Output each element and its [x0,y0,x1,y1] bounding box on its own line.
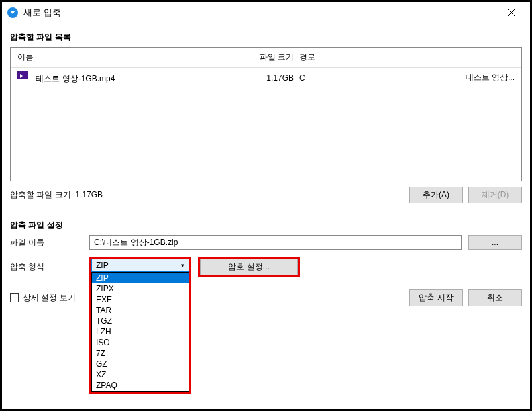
mp4-file-icon [17,71,28,81]
start-compress-button[interactable]: 압축 시작 [409,289,463,306]
chevron-down-icon: ▾ [181,262,184,269]
dialog-content: 압축할 파일 목록 이름 파일 크기 경로 테스트 영상-1GB.mp4 1.1… [2,24,530,409]
header-path[interactable]: 경로 [297,50,431,64]
format-option-gz[interactable]: GZ [92,359,189,369]
settings-section-label: 압축 파일 설정 [10,220,522,231]
format-row: 압축 형식 ZIP ▾ ZIP ZIPX EXE TAR [10,257,522,277]
format-option-xz[interactable]: XZ [92,369,189,380]
window-title: 새로 압축 [23,7,61,19]
bottom-buttons: 압축 시작 취소 [404,289,522,306]
format-option-tgz[interactable]: TGZ [92,316,189,326]
table-row[interactable]: 테스트 영상-1GB.mp4 1.17GB C 테스트 영상... [11,68,521,87]
row-extra: 테스트 영상... [431,71,517,85]
settings-section: 압축 파일 설정 파일 이름 ... 압축 형식 ZIP ▾ [10,217,522,306]
bottom-row: 상세 설정 보기 압축 시작 취소 [10,289,522,306]
advanced-checkbox[interactable] [10,293,19,302]
remove-button: 제거(D) [468,187,522,203]
total-size-label: 압축할 파일 크기: 1.17GB [10,189,404,201]
filename-label: 파일 이름 [10,237,89,248]
row-size: 1.17GB [243,72,297,84]
format-option-lzh[interactable]: LZH [92,326,189,337]
row-filename: 테스트 영상-1GB.mp4 [33,73,117,85]
filename-row: 파일 이름 ... [10,235,522,250]
compress-dialog: 새로 압축 압축할 파일 목록 이름 파일 크기 경로 테스트 영상-1GB.m… [2,2,530,409]
format-option-zpaq[interactable]: ZPAQ [92,380,189,391]
format-option-zip[interactable]: ZIP [92,273,189,283]
header-size[interactable]: 파일 크기 [243,50,297,64]
password-button-wrap: 암호 설정... [198,257,300,277]
format-option-7z[interactable]: 7Z [92,348,189,359]
below-list-row: 압축할 파일 크기: 1.17GB 추가(A) 제거(D) [10,181,522,209]
row-path: C [297,72,431,84]
add-button[interactable]: 추가(A) [409,187,463,203]
header-name[interactable]: 이름 [15,50,243,64]
cancel-button[interactable]: 취소 [468,289,522,306]
header-extra [431,50,517,64]
format-option-exe[interactable]: EXE [92,294,189,305]
advanced-checkbox-label: 상세 설정 보기 [23,292,76,304]
format-option-tar[interactable]: TAR [92,305,189,316]
file-list-section-label: 압축할 파일 목록 [10,32,522,43]
filename-input[interactable] [89,235,462,250]
format-option-iso[interactable]: ISO [92,337,189,348]
format-dropdown[interactable]: ZIP ▾ [91,259,189,272]
app-icon [7,7,18,18]
list-header: 이름 파일 크기 경로 [11,48,521,68]
format-option-zipx[interactable]: ZIPX [92,283,189,294]
format-label: 압축 형식 [10,261,89,273]
format-dropdown-list: ZIP ZIPX EXE TAR TGZ LZH ISO 7Z GZ XZ ZP [89,272,191,394]
row-name: 테스트 영상-1GB.mp4 [15,69,243,86]
titlebar: 새로 압축 [2,2,530,24]
file-list-box: 이름 파일 크기 경로 테스트 영상-1GB.mp4 1.17GB C 테스트 … [10,47,522,181]
format-dropdown-wrap: ZIP ▾ ZIP ZIPX EXE TAR TGZ LZH IS [89,257,191,274]
password-button[interactable]: 암호 설정... [200,259,298,275]
close-button[interactable] [498,3,525,22]
close-icon [507,9,515,17]
browse-button[interactable]: ... [468,235,522,250]
advanced-checkbox-wrap[interactable]: 상세 설정 보기 [10,292,76,304]
format-selected-text: ZIP [96,261,181,270]
